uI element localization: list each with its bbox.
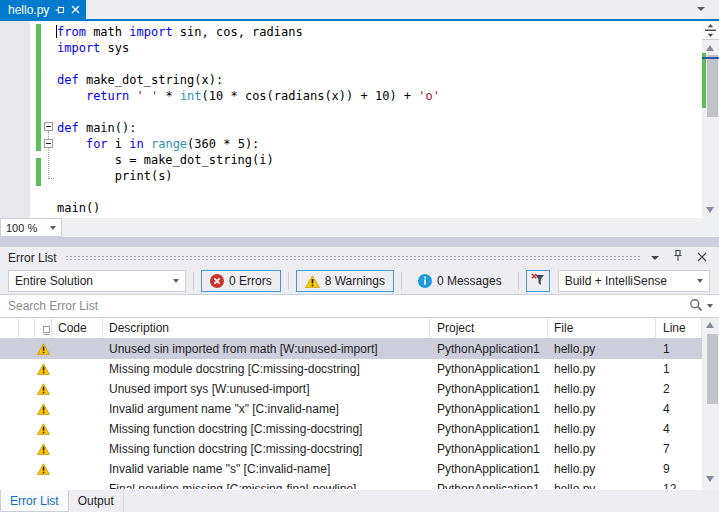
collapse-region-button[interactable]: [44, 122, 53, 131]
error-list-row[interactable]: Invalid argument name "x" [C:invalid-nam…: [0, 399, 702, 419]
cell-file: hello.py: [548, 419, 656, 439]
collapse-region-button[interactable]: [44, 139, 53, 148]
visual-studio-window: hello.py from math import sin, cos, radi…: [0, 0, 719, 512]
code-line[interactable]: def main():: [57, 120, 136, 136]
cell-sel: [0, 439, 19, 459]
source-filter-dropdown[interactable]: Build + IntelliSense: [558, 270, 710, 292]
scrollbar-thumb[interactable]: [707, 55, 718, 117]
warning-icon: [35, 399, 52, 419]
error-list-row[interactable]: Unused import sys [W:unused-import]Pytho…: [0, 379, 702, 399]
scroll-down-icon[interactable]: [706, 476, 714, 482]
column-severity-header[interactable]: [35, 318, 52, 338]
close-icon[interactable]: [697, 251, 707, 265]
cell-file: hello.py: [548, 379, 656, 399]
column-code-header[interactable]: Code: [52, 318, 103, 338]
cell-sel: [0, 359, 19, 379]
window-position-chevron-icon[interactable]: [651, 256, 659, 260]
tool-tab-error-list[interactable]: Error List: [0, 490, 69, 512]
zoom-level-dropdown[interactable]: 100 %: [0, 218, 62, 237]
close-icon[interactable]: [71, 5, 80, 14]
error-list-toolbar: Entire Solution 0 Errors 8 Warnings: [0, 268, 719, 294]
column-expander-header[interactable]: [19, 318, 35, 338]
cell-code: [52, 379, 103, 399]
search-options-chevron-icon[interactable]: [707, 304, 713, 308]
error-list-row[interactable]: Unused sin imported from math [W:unused-…: [0, 339, 702, 359]
cell-line: 4: [656, 419, 702, 439]
cell-exp: [19, 359, 35, 379]
column-line-header[interactable]: Line: [656, 318, 702, 338]
pin-icon[interactable]: [55, 5, 65, 15]
code-line[interactable]: main(): [57, 200, 100, 216]
cell-sel: [0, 419, 19, 439]
cell-exp: [19, 459, 35, 479]
cell-line: 9: [656, 459, 702, 479]
warnings-filter-button[interactable]: 8 Warnings: [296, 270, 394, 292]
cell-line: 12: [656, 479, 702, 489]
toolbar-separator: [193, 272, 194, 290]
column-description-header[interactable]: Description: [103, 318, 430, 338]
panel-title: Error List: [8, 251, 57, 265]
grid-body: Unused sin imported from math [W:unused-…: [0, 339, 702, 490]
split-window-handle[interactable]: [702, 21, 719, 40]
code-line[interactable]: s = make_dot_string(i): [57, 152, 274, 168]
error-list-row[interactable]: Missing function docstring [C:missing-do…: [0, 419, 702, 439]
panel-title-bar[interactable]: Error List: [0, 247, 719, 268]
cell-code: [52, 419, 103, 439]
warning-icon: [35, 419, 52, 439]
cell-file: hello.py: [548, 479, 656, 489]
grid-vertical-scrollbar[interactable]: [702, 318, 719, 490]
error-list-row[interactable]: Invalid variable name "s" [C:invalid-nam…: [0, 459, 702, 479]
code-line[interactable]: import sys: [57, 40, 129, 56]
code-line[interactable]: print(s): [57, 168, 173, 184]
errors-filter-button[interactable]: 0 Errors: [201, 270, 281, 292]
editor-horizontal-scrollbar[interactable]: [63, 218, 702, 237]
document-list-chevron-icon[interactable]: [697, 7, 705, 11]
code-editor[interactable]: from math import sin, cos, radiansimport…: [0, 21, 719, 218]
cell-file: hello.py: [548, 459, 656, 479]
editor-vertical-scrollbar[interactable]: [702, 21, 719, 218]
scrollbar-thumb[interactable]: [707, 334, 718, 404]
panel-splitter[interactable]: [0, 237, 719, 247]
error-list-row[interactable]: Final newline missing [C:missing-final-n…: [0, 479, 702, 489]
cell-sel: [0, 339, 19, 359]
scroll-down-icon[interactable]: [706, 207, 714, 213]
error-list-row[interactable]: Missing module docstring [C:missing-docs…: [0, 359, 702, 379]
code-line[interactable]: return ' ' * int(10 * cos(radians(x)) + …: [57, 88, 440, 104]
error-icon: [210, 274, 224, 288]
scroll-up-icon[interactable]: [706, 45, 714, 51]
cell-desc: Invalid argument name "x" [C:invalid-nam…: [103, 399, 430, 419]
messages-filter-button[interactable]: 0 Messages: [409, 270, 511, 292]
cell-code: [52, 399, 103, 419]
scope-filter-dropdown[interactable]: Entire Solution: [8, 270, 186, 292]
zoom-level-value: 100 %: [6, 222, 44, 234]
cell-line: 1: [656, 339, 702, 359]
tab-title: hello.py: [8, 3, 49, 17]
code-line[interactable]: from math import sin, cos, radians: [57, 24, 303, 40]
column-selector-header[interactable]: [0, 318, 19, 338]
scrollbar-change-annotation: [702, 53, 706, 108]
warning-icon: [35, 479, 52, 489]
editor-gutter: [0, 21, 30, 218]
messages-count-label: 0 Messages: [437, 274, 502, 288]
search-error-list-input[interactable]: Search Error List: [0, 294, 719, 318]
scroll-up-icon[interactable]: [706, 322, 714, 328]
cell-proj: PythonApplication1: [430, 359, 548, 379]
error-list-row[interactable]: Missing function docstring [C:missing-do…: [0, 439, 702, 459]
search-icon[interactable]: [689, 298, 703, 315]
pin-icon[interactable]: [673, 250, 683, 265]
clear-filter-button[interactable]: [526, 270, 550, 292]
code-line[interactable]: for i in range(360 * 5):: [57, 136, 259, 152]
tool-tab-output[interactable]: Output: [69, 490, 124, 512]
cell-proj: PythonApplication1: [430, 419, 548, 439]
cell-proj: PythonApplication1: [430, 439, 548, 459]
cell-exp: [19, 379, 35, 399]
track-changes-bar: [36, 24, 41, 151]
tab-hello-py[interactable]: hello.py: [0, 0, 86, 19]
code-line[interactable]: def make_dot_string(x):: [57, 72, 223, 88]
error-list-panel: Error List Entire Solution: [0, 247, 719, 512]
cell-sel: [0, 399, 19, 419]
column-project-header[interactable]: Project: [430, 318, 548, 338]
cell-sel: [0, 379, 19, 399]
column-file-header[interactable]: File: [548, 318, 656, 338]
code-text[interactable]: from math import sin, cos, radiansimport…: [57, 24, 687, 216]
